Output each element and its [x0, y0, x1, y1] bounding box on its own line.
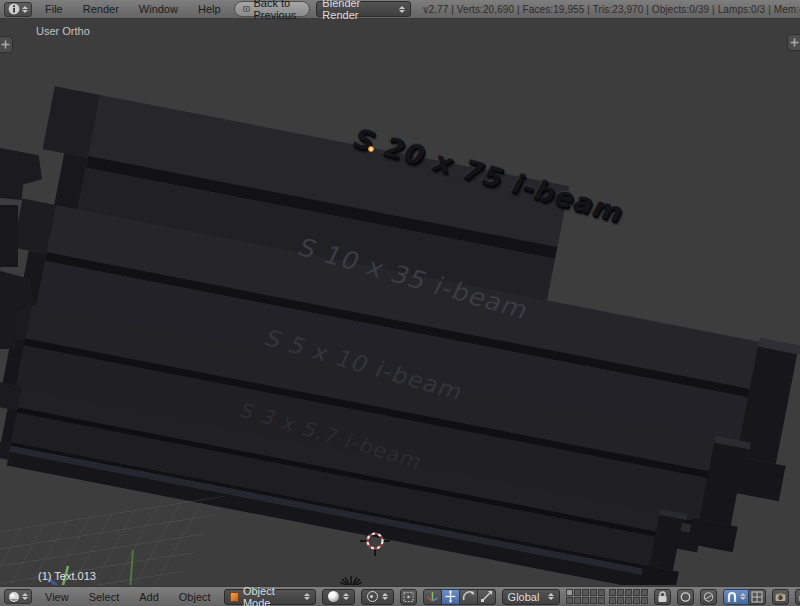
snap-toggle[interactable] — [723, 589, 749, 605]
layer-toggle[interactable] — [582, 597, 589, 604]
back-to-previous-label: Back to Previous — [254, 0, 302, 21]
info-editor-icon — [8, 3, 20, 15]
menu-add[interactable]: Add — [132, 591, 166, 603]
manipulator-widget-toggle[interactable] — [423, 589, 442, 605]
layer-toggle[interactable] — [590, 597, 597, 604]
properties-shelf-expand-button[interactable] — [787, 34, 800, 51]
view3d-editor-icon — [8, 591, 20, 603]
chevron-updown-icon — [22, 593, 28, 600]
manipulate-center-points-toggle[interactable] — [400, 589, 417, 605]
chevron-updown-icon — [740, 593, 746, 600]
falloff-icon — [703, 591, 714, 603]
proportional-edit-select[interactable] — [677, 589, 694, 605]
starburst-object[interactable] — [337, 574, 365, 585]
layer-toggle[interactable] — [625, 597, 632, 604]
translate-manipulator-toggle[interactable] — [442, 589, 460, 605]
layer-toggle[interactable] — [633, 597, 640, 604]
tool-shelf-expand-button[interactable] — [0, 36, 13, 53]
layer-toggle[interactable] — [582, 589, 589, 596]
info-header: File Render Window Help Back to Previous… — [0, 0, 800, 19]
proportional-falloff-select[interactable] — [700, 589, 717, 605]
layer-toggle[interactable] — [617, 589, 624, 596]
back-to-previous-button[interactable]: Back to Previous — [234, 1, 311, 17]
render-engine-select[interactable]: Blender Render — [316, 1, 411, 17]
menu-file[interactable]: File — [38, 3, 70, 15]
chevron-updown-icon — [548, 593, 554, 600]
viewport-3d[interactable]: S 20 x 75 i-beam S 10 x 35 i-beam S 5 x … — [0, 19, 800, 585]
menu-select[interactable]: Select — [82, 591, 127, 603]
plus-icon — [1, 40, 10, 49]
scale-icon — [480, 590, 493, 603]
offscreen-beam-fragment[interactable] — [0, 205, 18, 267]
chevron-updown-icon — [304, 593, 310, 600]
opengl-render-button[interactable] — [772, 589, 789, 605]
layer-toggle[interactable] — [566, 597, 573, 604]
menu-view[interactable]: View — [38, 591, 76, 603]
rotate-manipulator-toggle[interactable] — [460, 589, 478, 605]
view-name-label: User Ortho — [36, 25, 90, 37]
layer-toggle[interactable] — [590, 589, 597, 596]
render-engine-value: Blender Render — [322, 0, 395, 21]
transform-orientation-select[interactable]: Global — [502, 589, 560, 605]
layer-toggle[interactable] — [574, 589, 581, 596]
chevron-updown-icon — [382, 593, 388, 600]
orientation-value: Global — [508, 591, 540, 603]
cursor-3d[interactable] — [360, 526, 390, 556]
viewport-shading-select[interactable] — [322, 589, 355, 605]
layer-selector — [566, 589, 648, 604]
layer-toggle[interactable] — [633, 589, 640, 596]
rotate-icon — [462, 590, 475, 603]
layer-toggle[interactable] — [566, 589, 573, 596]
layer-toggle[interactable] — [625, 589, 632, 596]
object-origin-dot — [368, 146, 374, 152]
menu-window[interactable]: Window — [132, 3, 185, 15]
camera-render-icon — [775, 591, 786, 603]
layer-toggle[interactable] — [609, 597, 616, 604]
layer-toggle[interactable] — [598, 589, 605, 596]
menu-object[interactable]: Object — [172, 591, 218, 603]
floor-grid — [0, 496, 225, 585]
scene-stats: v2.77 | Verts:20,690 | Faces:19,955 | Tr… — [423, 4, 800, 15]
menu-help[interactable]: Help — [191, 3, 228, 15]
translate-icon — [444, 590, 457, 603]
menu-render[interactable]: Render — [76, 3, 126, 15]
plus-icon — [790, 38, 799, 47]
axis-manipulator-icon — [426, 590, 439, 603]
center-points-icon — [403, 591, 414, 603]
layer-toggle[interactable] — [617, 597, 624, 604]
viewport-header: View Select Add Object Object Mode — [0, 586, 800, 606]
magnet-icon — [726, 591, 738, 603]
shading-sphere-icon — [328, 591, 339, 602]
layer-toggle[interactable] — [598, 597, 605, 604]
pivot-icon — [367, 591, 378, 602]
editor-type-selector[interactable] — [4, 589, 32, 604]
active-object-label: (1) Text.013 — [38, 570, 96, 582]
layer-toggle[interactable] — [574, 597, 581, 604]
lock-to-scene-toggle[interactable] — [654, 589, 671, 605]
scale-manipulator-toggle[interactable] — [478, 589, 496, 605]
lock-icon — [657, 591, 668, 603]
chevron-updown-icon — [343, 593, 349, 600]
layer-toggle[interactable] — [641, 597, 648, 604]
mode-value: Object Mode — [243, 585, 300, 606]
snap-increment-icon — [751, 591, 763, 603]
editor-type-selector[interactable] — [4, 2, 32, 17]
chevron-updown-icon — [399, 6, 405, 13]
layer-toggle[interactable] — [609, 589, 616, 596]
proportional-edit-icon — [680, 591, 691, 603]
chevron-updown-icon — [22, 6, 28, 13]
mode-select[interactable]: Object Mode — [224, 589, 316, 605]
snap-element-select[interactable] — [749, 589, 766, 605]
pivot-point-select[interactable] — [361, 589, 394, 605]
layer-toggle[interactable] — [641, 589, 648, 596]
screen-back-icon — [243, 4, 250, 14]
opengl-render-animation-button[interactable] — [795, 589, 800, 605]
object-mode-cube-icon — [230, 592, 239, 602]
